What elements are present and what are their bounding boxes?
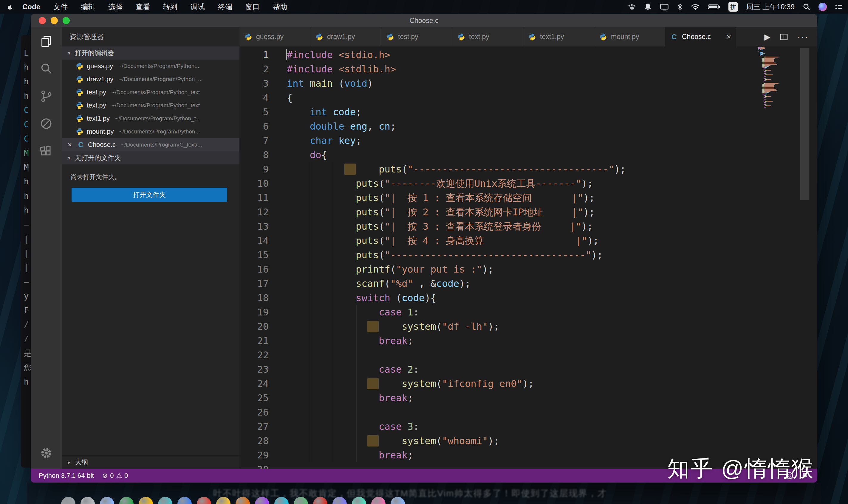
tab-draw1.py[interactable]: draw1.py [310, 27, 381, 47]
menu-item-选择[interactable]: 选择 [102, 3, 129, 11]
code-text[interactable]: double eng, cn; [269, 119, 396, 133]
open-editors-header[interactable]: ▾ 打开的编辑器 [62, 47, 239, 59]
line-number[interactable]: 19 [239, 305, 269, 319]
line-number[interactable]: 30 [239, 462, 269, 469]
code-text[interactable]: case 2: [269, 362, 419, 377]
code-text[interactable]: puts("| 按 4 : 身高换算 |"); [269, 234, 599, 248]
more-actions-icon[interactable]: ··· [797, 32, 809, 42]
line-number[interactable]: 16 [239, 262, 269, 276]
code-text[interactable]: system("whoami"); [269, 434, 499, 448]
dock-icon[interactable] [255, 497, 269, 504]
code-text[interactable]: scanf("%d" , &code); [269, 276, 471, 291]
menu-item-窗口[interactable]: 窗口 [239, 3, 266, 11]
line-number[interactable]: 12 [239, 205, 269, 219]
menu-item-Code[interactable]: Code [16, 3, 47, 11]
dock-icon[interactable] [100, 497, 114, 504]
code-text[interactable]: break; [269, 448, 413, 462]
source-control-icon[interactable] [38, 88, 54, 104]
dock-icon[interactable] [197, 497, 211, 504]
code-text[interactable]: #include <stdlib.h> [269, 62, 396, 76]
problems-indicator[interactable]: ⊘ 0 ⚠ 0 [102, 472, 128, 480]
code-text[interactable]: puts("----------------------------------… [269, 248, 603, 262]
dock-icon[interactable] [81, 497, 95, 504]
line-number[interactable]: 8 [239, 148, 269, 162]
tab-text.py[interactable]: text.py [452, 27, 523, 47]
code-text[interactable]: puts("----------------------------------… [269, 162, 626, 176]
menu-item-帮助[interactable]: 帮助 [266, 3, 294, 11]
tab-test.py[interactable]: test.py [381, 27, 452, 47]
dock-icon[interactable] [294, 497, 308, 504]
code-text[interactable]: int main (void) [269, 76, 373, 91]
line-number[interactable]: 24 [239, 377, 269, 391]
line-number[interactable]: 1 [239, 48, 269, 62]
line-number[interactable]: 2 [239, 62, 269, 76]
dock-icon[interactable] [177, 497, 192, 504]
split-editor-icon[interactable] [779, 33, 789, 41]
menu-bar-clock[interactable]: 周三 上午10:39 [746, 2, 795, 12]
tab-Choose.c[interactable]: CChoose.c× [665, 27, 736, 47]
python-interpreter-status[interactable]: Python 3.7.1 64-bit [39, 472, 94, 480]
dock-icon[interactable] [332, 497, 347, 504]
code-text[interactable]: int code; [269, 105, 361, 119]
menu-item-文件[interactable]: 文件 [47, 3, 74, 11]
debug-icon[interactable] [38, 116, 54, 131]
search-icon[interactable] [38, 61, 54, 76]
line-number[interactable]: 14 [239, 234, 269, 248]
line-number[interactable]: 23 [239, 362, 269, 377]
line-number[interactable]: 9 [239, 162, 269, 176]
dock-icon[interactable] [139, 497, 153, 504]
notification-bell-icon[interactable] [644, 3, 652, 11]
line-number[interactable]: 22 [239, 348, 269, 362]
code-text[interactable]: case 3: [269, 419, 419, 434]
dock-icon[interactable] [313, 497, 327, 504]
no-folder-header[interactable]: ▾ 无打开的文件夹 [62, 151, 239, 164]
code-text[interactable]: system("ifconfig en0"); [269, 377, 534, 391]
dock-icon[interactable] [158, 497, 172, 504]
open-editor-text.py[interactable]: text.py~/Documents/Program/Python_text [62, 99, 239, 112]
tab-mount.py[interactable]: mount.py [594, 27, 665, 47]
dock-icon[interactable] [236, 497, 250, 504]
settings-gear-icon[interactable] [38, 445, 54, 461]
code-text[interactable]: { [269, 91, 293, 105]
outline-header[interactable]: ▸ 大纲 [62, 455, 239, 469]
line-number[interactable]: 18 [239, 291, 269, 305]
line-number[interactable]: 27 [239, 419, 269, 434]
minimap[interactable] [758, 47, 792, 109]
line-number[interactable]: 7 [239, 133, 269, 148]
code-text[interactable]: do{ [269, 148, 327, 162]
line-number[interactable]: 28 [239, 434, 269, 448]
code-text[interactable] [269, 405, 287, 419]
dock-icon[interactable] [391, 497, 405, 504]
wifi-icon[interactable] [691, 3, 700, 11]
battery-icon[interactable] [708, 3, 721, 11]
code-text[interactable] [269, 348, 287, 362]
line-number[interactable]: 3 [239, 76, 269, 91]
close-icon[interactable]: × [727, 32, 731, 41]
code-text[interactable]: puts("| 按 2 : 查看本系统网卡IP地址 |"); [269, 205, 595, 219]
code-text[interactable]: switch (code){ [269, 291, 436, 305]
line-number[interactable]: 13 [239, 219, 269, 234]
line-number[interactable]: 11 [239, 191, 269, 205]
code-text[interactable]: puts("| 按 3 : 查看本系统登录者身份 |"); [269, 219, 593, 234]
line-number[interactable]: 15 [239, 248, 269, 262]
dock-icon[interactable] [61, 497, 75, 504]
close-icon[interactable]: × [66, 141, 74, 149]
bluetooth-icon[interactable] [677, 3, 683, 11]
open-editor-Choose.c[interactable]: ×CChoose.c~/Documents/Program/C_text/... [62, 138, 239, 151]
code-text[interactable]: puts("| 按 1 : 查看本系统存储空间 |"); [269, 191, 595, 205]
line-number[interactable]: 25 [239, 391, 269, 405]
dock-icon[interactable] [274, 497, 289, 504]
line-number[interactable]: 20 [239, 319, 269, 334]
open-folder-button[interactable]: 打开文件夹 [72, 188, 227, 202]
line-number[interactable]: 5 [239, 105, 269, 119]
input-method-badge[interactable]: 拼 [728, 2, 738, 12]
menu-item-编辑[interactable]: 编辑 [74, 3, 102, 11]
line-number[interactable]: 26 [239, 405, 269, 419]
code-text[interactable]: char key; [269, 133, 361, 148]
menu-item-调试[interactable]: 调试 [184, 3, 211, 11]
zoom-window-button[interactable] [63, 17, 70, 24]
line-number[interactable]: 10 [239, 176, 269, 191]
tab-text1.py[interactable]: text1.py [523, 27, 594, 47]
code-text[interactable] [269, 462, 287, 469]
open-editor-test.py[interactable]: test.py~/Documents/Program/Python_text [62, 86, 239, 99]
